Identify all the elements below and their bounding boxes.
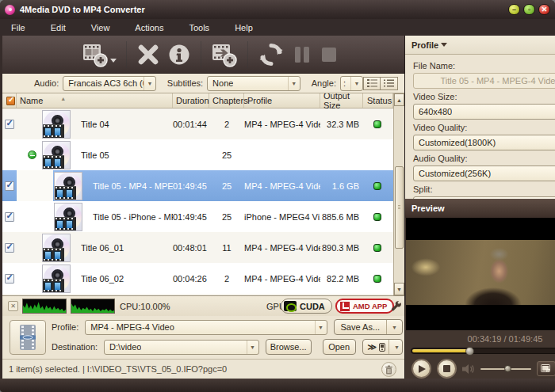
table-row[interactable]: Title 05 25 [2, 139, 393, 170]
save-as-button[interactable]: Save As... ▼ [334, 319, 403, 335]
title-duration: 01:49:45 [173, 181, 209, 191]
video-still-image [406, 240, 555, 305]
dvd-title-icon [54, 203, 82, 231]
volume-slider[interactable] [480, 365, 531, 373]
open-button[interactable]: Open [323, 339, 356, 355]
col-duration[interactable]: Duration [173, 93, 209, 108]
pause-icon [292, 44, 312, 65]
status-bar: 1 item(s) selected. | I:\VIDEO_TS\VTS_05… [2, 359, 404, 379]
window-title: 4Media DVD to MP4 Converter [20, 5, 145, 14]
row-checkbox[interactable] [5, 212, 14, 222]
add-video-button[interactable] [82, 39, 117, 70]
convert-button[interactable] [258, 39, 285, 70]
title-name: Title 05 - iPhone - MPEG... [93, 212, 173, 222]
snapshot-settings-button[interactable] [537, 361, 555, 376]
add-clip-button[interactable] [211, 39, 238, 70]
amd-app-button[interactable]: AMD APP [335, 299, 394, 314]
preview-panel-header[interactable]: Preview → [405, 199, 555, 218]
scroll-down-icon[interactable]: ▼ [394, 283, 404, 295]
row-checkbox[interactable] [5, 181, 14, 191]
title-bar: 4Media DVD to MP4 Converter – ▫ ✕ [0, 0, 555, 19]
menu-actions[interactable]: Actions [127, 21, 171, 35]
col-profile[interactable]: Profile [244, 93, 320, 108]
info-button[interactable] [167, 39, 191, 70]
send-to-device-button[interactable]: ≫ ▼ [362, 339, 403, 355]
title-chapters: 2 [209, 274, 244, 284]
list-view-button[interactable] [381, 77, 398, 90]
stop-button[interactable] [320, 39, 339, 70]
menu-view[interactable]: View [83, 21, 118, 35]
table-row[interactable]: Title 06_02 00:04:26 2 MP4 - MPEG-4 Vide… [2, 263, 393, 294]
select-all-checkbox[interactable] [6, 97, 15, 105]
mute-speaker-icon[interactable] [462, 363, 475, 375]
title-duration: 00:04:26 [173, 274, 209, 284]
table-row[interactable]: Title 05 - iPhone - MPEG... 01:49:45 25 … [2, 201, 393, 232]
profile-select[interactable]: MP4 - MPEG-4 Video▼ [85, 320, 327, 335]
table-header[interactable]: Name▲ Duration Chapters Profile Output S… [2, 93, 393, 108]
file-name-input[interactable]: Title 05 - MP4 - MPEG-4 Video [413, 73, 555, 89]
destination-label: Destination: [52, 342, 98, 352]
dvd-title-icon [42, 265, 71, 293]
video-quality-select[interactable]: Customized(1800K)▼ [413, 135, 555, 150]
scroll-up-icon[interactable]: ▲ [394, 93, 404, 106]
send-to-dropdown-icon[interactable]: ▼ [388, 340, 403, 354]
save-as-dropdown-icon[interactable]: ▼ [386, 320, 402, 334]
add-video-dropdown-icon[interactable] [110, 59, 117, 63]
output-format-button[interactable] [10, 320, 46, 355]
convert-icon [258, 41, 285, 68]
settings-wrench-icon[interactable] [390, 300, 403, 313]
menu-help[interactable]: Help [227, 21, 261, 35]
clear-list-button[interactable] [381, 362, 396, 377]
table-row[interactable]: Title 05 - MP4 - MPEG-4... 01:49:45 25 M… [2, 170, 393, 201]
row-checkbox[interactable] [5, 120, 14, 129]
menu-file[interactable]: File [3, 21, 33, 35]
seek-bar[interactable] [411, 348, 555, 354]
profile-panel-header[interactable]: Profile → [405, 36, 555, 55]
seek-progress [412, 349, 470, 352]
remove-title-button[interactable] [136, 39, 160, 70]
subtitles-select[interactable]: None▼ [207, 76, 300, 91]
amd-logo-icon [340, 302, 350, 311]
menu-bar: File Edit View Actions Tools Help [0, 19, 555, 36]
list-scrollbar[interactable]: ▲ ▼ [393, 93, 404, 295]
audio-select[interactable]: Francais AC3 6ch (0x80)▼ [63, 76, 156, 91]
minimize-button[interactable]: – [508, 4, 520, 15]
thumbnail-view-icon [367, 79, 377, 87]
col-status[interactable]: Status [363, 93, 393, 108]
row-checkbox[interactable] [5, 274, 14, 284]
row-checkbox[interactable] [5, 243, 14, 253]
volume-thumb[interactable] [504, 365, 511, 372]
title-output-size: 885.6 MB [320, 212, 363, 222]
menu-tools[interactable]: Tools [181, 21, 217, 35]
menu-edit[interactable]: Edit [43, 21, 74, 35]
col-output-size[interactable]: Output Size [320, 93, 363, 108]
split-select[interactable]: No Split▼ [413, 196, 555, 198]
close-button[interactable]: ✕ [538, 4, 550, 15]
nvidia-logo-icon [284, 301, 297, 311]
status-ready-icon [373, 182, 381, 190]
pause-button[interactable] [292, 39, 312, 70]
chevron-down-icon: ▼ [247, 341, 258, 354]
seek-thumb[interactable] [465, 347, 474, 356]
destination-select[interactable]: D:\video▼ [104, 340, 258, 355]
profile-panel-title: Profile [411, 40, 438, 50]
status-text: 1 item(s) selected. | I:\VIDEO_TS\VTS_05… [9, 364, 227, 374]
audio-quality-select[interactable]: Customized(256K)▼ [413, 166, 555, 181]
col-name[interactable]: Name [20, 96, 43, 105]
cuda-button[interactable]: CUDA [281, 299, 332, 314]
title-output-size: 32.3 MB [320, 120, 363, 129]
col-chapters[interactable]: Chapters [209, 93, 244, 108]
video-size-select[interactable]: 640x480▼ [413, 104, 555, 120]
browse-button[interactable]: Browse... [266, 339, 312, 355]
title-chapters: 25 [209, 181, 244, 191]
thumbnail-view-button[interactable] [363, 77, 381, 90]
angle-select[interactable]: :▼ [340, 76, 363, 91]
table-row[interactable]: Title 04 00:01:44 2 MP4 - MPEG-4 Video 3… [2, 108, 393, 139]
play-button[interactable] [411, 359, 431, 379]
close-cpu-graph-icon[interactable]: ✕ [8, 301, 18, 311]
maximize-button[interactable]: ▫ [523, 4, 535, 15]
scrollbar-thumb[interactable] [395, 166, 404, 249]
preview-stop-button[interactable] [437, 359, 457, 379]
collapse-toggle-icon[interactable] [28, 150, 36, 159]
table-row[interactable]: Title 06_01 00:48:01 11 MP4 - MPEG-4 Vid… [2, 232, 393, 263]
